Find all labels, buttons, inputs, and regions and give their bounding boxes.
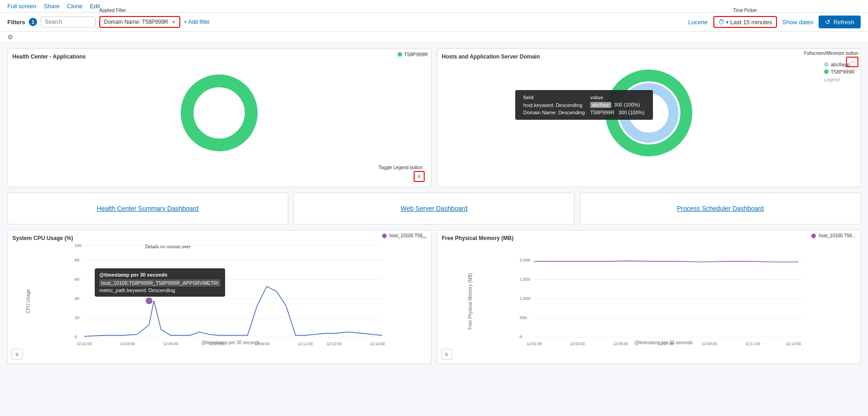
- left-legend-label: T58P999R: [404, 52, 428, 57]
- cpu-y-label: CPU Usage: [26, 289, 31, 313]
- web-server-panel: Web Server Dashboard: [294, 192, 575, 224]
- cpu-tooltip-host: host_10100.T58P999R_T58P999R_APPSRVMETRI: [99, 279, 221, 287]
- health-center-summary-panel: Health Center Summary Dashboard: [7, 192, 288, 224]
- svg-text:80: 80: [75, 257, 80, 262]
- add-filter-button[interactable]: + Add filter: [184, 19, 210, 25]
- svg-text:12:01:00: 12:01:00: [526, 341, 541, 346]
- tooltip-row2-v1: T58P999R: [590, 110, 615, 115]
- left-donut-panel: Health Center - Applications T58P999R To…: [7, 48, 431, 187]
- cpu-chart-svg: 0 20 40 60 80 100: [35, 243, 426, 339]
- cpu-legend: host_10100.T58...: [382, 233, 426, 238]
- svg-text:20: 20: [75, 315, 80, 320]
- svg-text:1,500: 1,500: [519, 277, 530, 282]
- memory-legend-label: host_10100.T58...: [819, 233, 856, 238]
- svg-text:2,000: 2,000: [519, 257, 530, 262]
- svg-text:12:13:00: 12:13:00: [786, 341, 801, 346]
- memory-chart-title: Free Physical Memory (MB): [442, 235, 856, 241]
- close-filter-icon[interactable]: ×: [172, 18, 176, 26]
- edit-link[interactable]: Edit: [90, 3, 100, 10]
- tooltip-row1-value: abc8ayp 300 (100%): [588, 101, 647, 109]
- memory-legend-toggle[interactable]: ≡: [441, 349, 452, 360]
- cpu-legend-dot: [382, 234, 387, 238]
- cpu-chart-title: System CPU Usage (%): [12, 235, 426, 241]
- filters-label: Filters: [7, 19, 25, 26]
- panels-row: Health Center - Applications T58P999R To…: [7, 48, 861, 187]
- cpu-tooltip-host-text: host_10100.T58P999R_T58P999R_APPSRVMETRI: [101, 280, 219, 286]
- svg-text:0: 0: [519, 334, 522, 339]
- memory-legend: host_10100.T58...: [811, 233, 856, 238]
- applied-filter-text: Domain Name: T58P999R: [104, 19, 168, 25]
- cpu-hover-point: [146, 298, 152, 304]
- cpu-legend-label: host_10100.T58...: [389, 233, 426, 238]
- cpu-tooltip-metric: metric_path.keyword: Descending: [99, 288, 221, 293]
- gear-icon[interactable]: ⚙: [7, 33, 13, 41]
- settings-row: ⚙: [0, 32, 868, 43]
- memory-line: [534, 261, 798, 262]
- right-panel-title: Hosts and Application Server Domain: [442, 53, 856, 60]
- applied-filter-tag[interactable]: Domain Name: T58P999R ×: [99, 16, 180, 28]
- main-content: Health Center - Applications T58P999R To…: [0, 43, 868, 369]
- lucene-button[interactable]: Lucene: [688, 19, 708, 26]
- process-scheduler-panel: Process Scheduler Dashboard: [580, 192, 861, 224]
- tooltip-table: field value host.keyword: Descending abc…: [521, 94, 647, 116]
- applied-filter-label: Applied Filter: [99, 8, 126, 13]
- svg-text:12:09:00: 12:09:00: [702, 341, 717, 346]
- svg-text:12:05:00: 12:05:00: [613, 341, 628, 346]
- svg-point-1: [187, 81, 251, 145]
- svg-text:12:01:00: 12:01:00: [77, 341, 92, 346]
- cpu-chart-container: 0 20 40 60 80 100: [35, 243, 426, 339]
- cpu-legend-toggle[interactable]: ≡: [11, 349, 22, 360]
- share-link[interactable]: Share: [44, 3, 60, 10]
- memory-chart-container: 0 500 1,000 1,500 2,000: [472, 243, 856, 339]
- left-donut-area: [12, 63, 426, 163]
- refresh-label: Refresh: [833, 19, 854, 26]
- refresh-button[interactable]: ↺ Refresh: [819, 16, 861, 28]
- svg-text:0: 0: [75, 334, 77, 339]
- tooltip-row1-v2: 300 (100%): [614, 102, 640, 108]
- svg-text:12:11:00: 12:11:00: [745, 341, 760, 346]
- web-server-link[interactable]: Web Server Dashboard: [400, 205, 467, 212]
- fullscreen-link[interactable]: Full screen: [7, 3, 37, 10]
- links-row: Health Center Summary Dashboard Web Serv…: [7, 192, 861, 224]
- cpu-chart-panel: System CPU Usage (%) ⋯ host_10100.T58...…: [7, 230, 431, 364]
- health-center-summary-link[interactable]: Health Center Summary Dashboard: [97, 205, 199, 212]
- toggle-legend-button[interactable]: ≡: [414, 171, 425, 182]
- svg-text:12:14:00: 12:14:00: [370, 341, 385, 346]
- memory-legend-dot: [811, 234, 816, 238]
- tooltip-row1-v1: abc8ayp: [590, 102, 611, 108]
- time-picker-label: Last 15 minutes: [730, 19, 772, 26]
- left-donut-svg: [173, 67, 265, 159]
- tooltip-row1-field: host.keyword: Descending: [521, 101, 588, 109]
- tooltip-row2-v2: 300 (100%): [619, 110, 645, 115]
- chevron-icon: ▾: [726, 20, 728, 25]
- left-donut-legend: T58P999R: [398, 52, 428, 57]
- left-legend-dot: [398, 52, 402, 57]
- process-scheduler-link[interactable]: Process Scheduler Dashboard: [677, 205, 764, 212]
- svg-text:12:07:00: 12:07:00: [658, 341, 674, 346]
- svg-text:12:03:00: 12:03:00: [570, 341, 585, 346]
- tooltip-field-header: field: [521, 94, 588, 101]
- svg-text:12:11:00: 12:11:00: [298, 341, 313, 346]
- time-picker-group[interactable]: ⏱ ▾ Last 15 minutes: [713, 16, 777, 28]
- svg-text:12:12:00: 12:12:00: [327, 341, 342, 346]
- svg-text:12:09:00: 12:09:00: [254, 341, 270, 346]
- filter-bar: Filters 1 Applied Filter Domain Name: T5…: [0, 13, 868, 32]
- right-controls: Lucene Time Picker ⏱ ▾ Last 15 minutes S…: [688, 16, 861, 28]
- right-donut-area: field value host.keyword: Descending abc…: [442, 63, 856, 163]
- tooltip-row2-value: T58P999R 300 (100%): [588, 109, 647, 116]
- memory-chart-panel: Free Physical Memory (MB) host_10100.T58…: [437, 230, 861, 364]
- tooltip-value-header: value: [588, 94, 647, 101]
- show-dates-button[interactable]: Show dates: [782, 19, 814, 26]
- right-donut-panel: Hosts and Application Server Domain Full…: [437, 48, 861, 187]
- svg-text:500: 500: [519, 315, 527, 320]
- svg-text:12:03:00: 12:03:00: [120, 341, 135, 346]
- cpu-x-label: @timestamp per 30 seconds: [35, 340, 426, 345]
- clone-link[interactable]: Clone: [67, 3, 82, 10]
- search-input[interactable]: [41, 16, 96, 27]
- fullscreen-annotation: Fullscreen/Minimize button: [804, 51, 858, 56]
- cpu-tooltip-timestamp: @timestamp per 30 seconds: [99, 272, 221, 277]
- svg-text:40: 40: [75, 296, 80, 301]
- filters-count: 1: [29, 18, 37, 26]
- svg-text:100: 100: [75, 243, 82, 248]
- clock-icon: ⏱: [718, 18, 724, 26]
